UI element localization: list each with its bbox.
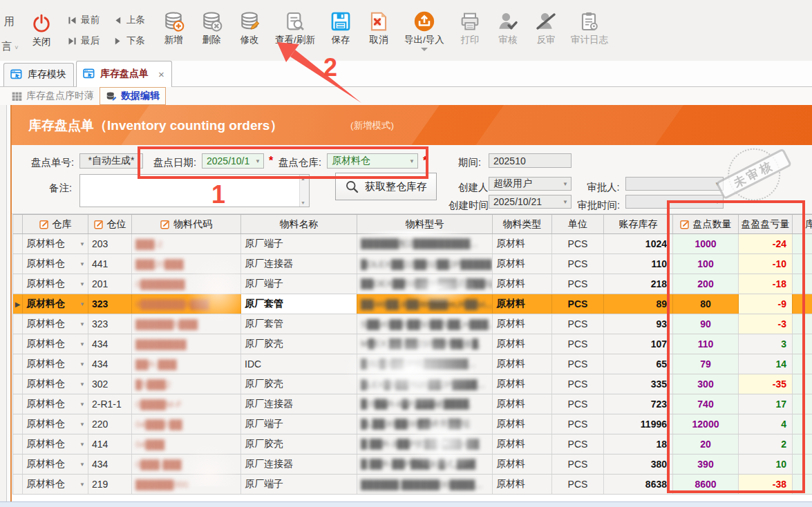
warehouse-select[interactable]: 原材料仓▼ xyxy=(327,153,418,169)
warehouse-cell[interactable]: 原材料仓▼ xyxy=(23,354,88,374)
warehouse-cell[interactable]: 原材料仓▼ xyxy=(23,274,88,294)
scroll-up-icon[interactable]: ▲ xyxy=(301,176,305,181)
counted-qty-cell[interactable]: 110 xyxy=(673,334,739,354)
column-header-物料代码[interactable]: 物料代码 xyxy=(132,215,241,233)
bin-cell[interactable]: 2-R1-1 xyxy=(88,394,132,414)
counted-qty-cell[interactable]: 79 xyxy=(673,354,739,374)
toolbar-db-add-button[interactable]: 新增 xyxy=(156,10,191,46)
creator-select[interactable]: 超级用户▼ xyxy=(489,177,572,191)
table-row[interactable]: 原材料仓▼302█5███2原厂胶壳█LEX█5██7020██2P████..… xyxy=(13,374,812,394)
warehouse-cell[interactable]: 原材料仓▼ xyxy=(23,314,88,334)
counted-qty-cell[interactable]: 12000 xyxy=(673,414,739,434)
nav-prev-button[interactable]: 上条 xyxy=(113,14,145,26)
bin-cell[interactable]: 434 xyxy=(88,334,132,354)
column-header-indicator[interactable] xyxy=(13,215,23,233)
table-row[interactable]: 原材料仓▼219██████000原厂端子██████:██████00████… xyxy=(13,475,812,495)
warehouse-cell[interactable]: 原材料仓▼ xyxy=(23,434,88,454)
counted-qty-cell[interactable]: 740 xyxy=(673,394,739,414)
table-row[interactable]: 原材料仓▼41404███原厂胶壳█:██R-3██P胶██1███n██原材料… xyxy=(13,434,812,455)
column-header-盘点数量[interactable]: 盘点数量 xyxy=(673,215,739,233)
tab-inventory-module[interactable]: 库存模块 xyxy=(3,63,74,86)
warehouse-cell[interactable]: 原材料仓▼ xyxy=(23,254,88,274)
nav-first-button[interactable]: 最前 xyxy=(68,14,100,26)
table-row[interactable]: 原材料仓▼4340███-███原厂连接器█:██R-██P███刺█式,███… xyxy=(13,455,812,475)
bin-cell[interactable]: 441 xyxy=(88,254,132,274)
bin-cell[interactable]: 220 xyxy=(88,414,132,434)
remark-scrollbar[interactable]: ▲▼ xyxy=(299,175,309,207)
bin-cell[interactable]: 201 xyxy=(88,274,132,294)
approver-select[interactable]: ▼ xyxy=(625,177,724,191)
column-header-物料型号[interactable]: 物料型号 xyxy=(357,215,493,233)
bin-cell[interactable]: 323 xyxy=(88,294,132,314)
counted-qty-cell[interactable]: 200 xyxy=(673,274,739,294)
column-header-账存库存[interactable]: 账存库存 xyxy=(604,215,673,233)
toolbar-unaudit-button[interactable]: 反审 xyxy=(529,10,563,46)
bin-cell[interactable]: 323 xyxy=(88,314,132,334)
scroll-down-icon[interactable]: ▼ xyxy=(301,200,305,205)
column-header-盘盈盘亏量[interactable]: 盘盈盘亏量 xyxy=(739,215,793,233)
table-row[interactable]: 原材料仓▼323██████5███原厂套管S██#0██0██50██5██,… xyxy=(13,314,812,334)
counted-qty-cell[interactable]: 1000 xyxy=(673,234,739,254)
warehouse-cell[interactable]: 原材料仓▼ xyxy=(23,234,88,254)
table-row[interactable]: 原材料仓▼434████████原厂胶壳M█EX:██-██210██0██接█… xyxy=(13,334,812,354)
bin-value: 203 xyxy=(92,238,108,249)
table-row[interactable]: 原材料仓▼2010███████原厂端子██OEX██03██00███易███… xyxy=(13,274,812,294)
toolbar-print-button[interactable]: 打印 xyxy=(453,10,487,46)
fetch-warehouse-stock-button[interactable]: 获取整仓库存 xyxy=(335,173,437,200)
toolbar-audit-button[interactable]: 审核 xyxy=(491,10,525,46)
toolbar-cancel-button[interactable]: 取消 xyxy=(361,10,396,46)
counted-qty-cell[interactable]: 20 xyxy=(673,434,739,454)
column-header-物料类型[interactable]: 物料类型 xyxy=(493,215,552,233)
toolbar-log-button[interactable]: 审计日志 xyxy=(567,10,612,46)
edge-label-bottom[interactable]: 言 ˅ xyxy=(1,40,18,53)
create-time-select[interactable]: 2025/10/21▼ xyxy=(489,195,572,209)
warehouse-cell[interactable]: 原材料仓▼ xyxy=(23,394,88,414)
column-header-仓库[interactable]: 仓库 xyxy=(23,215,88,233)
warehouse-cell[interactable]: 原材料仓▼ xyxy=(23,374,88,394)
table-row[interactable]: 原材料仓▼203███-2原厂端子██████配2█████████...原材料… xyxy=(13,234,812,254)
count-date-select[interactable]: 2025/10/1▼ xyxy=(202,153,264,169)
approve-time-select[interactable]: ▼ xyxy=(625,195,724,209)
nav-next-button[interactable]: 下条 xyxy=(113,35,145,47)
counted-qty-cell[interactable]: 8600 xyxy=(673,475,739,494)
nav-last-button[interactable]: 最后 xyxy=(68,35,100,47)
left-splitter[interactable] xyxy=(0,105,12,502)
column-header-物料名称[interactable]: 物料名称 xyxy=(241,215,357,233)
bin-cell[interactable]: 203 xyxy=(88,234,132,254)
warehouse-cell[interactable]: 原材料仓▼ xyxy=(23,475,88,494)
table-row[interactable]: 原材料仓▼2-R1-10████M-F原厂连接器█:0██R-8█P,███破█… xyxy=(13,394,812,414)
table-row[interactable]: ▶原材料仓▼3230███████0███原厂套管██/#0██.0██40██… xyxy=(13,294,812,314)
table-row[interactable]: 原材料仓▼434██R-███IDC█:02█3██2P线███████...原… xyxy=(13,354,812,374)
bin-cell[interactable]: 219 xyxy=(88,475,132,494)
bin-cell[interactable]: 302 xyxy=(88,374,132,394)
column-header-库[interactable]: 库 xyxy=(793,215,812,233)
close-tab-icon[interactable]: × xyxy=(158,68,164,80)
close-button[interactable]: 关闭 xyxy=(25,13,58,48)
table-row[interactable]: 原材料仓▼22004███0██原厂端子█L██30██00██磷青██端原材料… xyxy=(13,414,812,434)
warehouse-cell[interactable]: 原材料仓▼ xyxy=(23,334,88,354)
toolbar-export-button[interactable]: 导出/导入 xyxy=(399,10,449,51)
counted-qty-cell[interactable]: 80 xyxy=(673,294,739,314)
bin-cell[interactable]: 434 xyxy=(88,455,132,474)
toolbar-db-del-button[interactable]: 删除 xyxy=(194,10,229,46)
warehouse-cell[interactable]: 原材料仓▼ xyxy=(23,414,88,434)
toolbar-view-button[interactable]: 查看/刷新 xyxy=(270,10,320,46)
bin-cell[interactable]: 414 xyxy=(88,434,132,454)
counted-qty-cell[interactable]: 90 xyxy=(673,314,739,334)
subtab-journal[interactable]: 库存盘点序时薄 xyxy=(6,88,100,104)
tab-inventory-counting-order[interactable]: 库存盘点单× xyxy=(76,61,172,87)
column-header-单位[interactable]: 单位 xyxy=(552,215,604,233)
warehouse-cell[interactable]: 原材料仓▼ xyxy=(23,455,88,474)
counted-qty-cell[interactable]: 390 xyxy=(673,455,739,474)
warehouse-cell[interactable]: 原材料仓▼ xyxy=(23,294,88,314)
toolbar-save-button[interactable]: 保存 xyxy=(323,10,358,46)
bin-cell[interactable]: 434 xyxy=(88,354,132,374)
column-header-仓位[interactable]: 仓位 xyxy=(88,215,132,233)
toolbar-db-edit-button[interactable]: 修改 xyxy=(232,10,267,46)
chevron-down-icon[interactable] xyxy=(421,48,428,51)
counted-qty-cell[interactable]: 100 xyxy=(673,254,739,274)
counted-qty-cell[interactable]: 300 xyxy=(673,374,739,394)
table-row[interactable]: 原材料仓▼441███20███原厂连接器█OLEX██22██02██2P██… xyxy=(13,254,812,274)
remark-textarea[interactable]: ▲▼ xyxy=(79,174,310,207)
subtab-data-edit[interactable]: 数据编辑 xyxy=(100,87,166,105)
